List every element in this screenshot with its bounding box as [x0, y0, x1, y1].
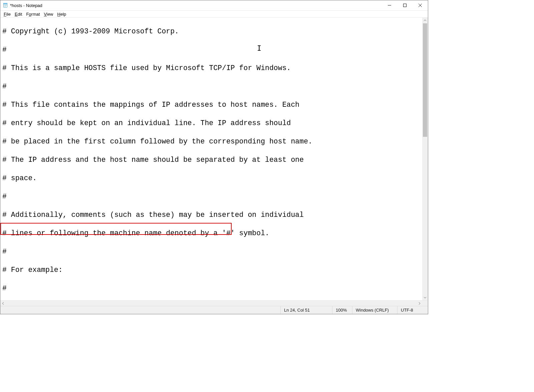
line: # [2, 82, 420, 91]
line: # This file contains the mappings of IP … [2, 100, 420, 110]
line: # [2, 45, 420, 55]
close-button[interactable] [413, 0, 428, 11]
scroll-up-button[interactable] [422, 18, 428, 23]
window-title: *hosts - Notepad [10, 3, 42, 8]
vertical-scrollbar[interactable] [422, 18, 428, 300]
titlebar[interactable]: *hosts - Notepad [0, 0, 428, 11]
menu-help[interactable]: Help [55, 11, 68, 17]
line: # This is a sample HOSTS file used by Mi… [2, 64, 420, 73]
status-eol: Windows (CRLF) [352, 306, 397, 314]
scroll-left-button[interactable] [0, 301, 6, 306]
status-zoom: 100% [332, 306, 352, 314]
status-position: Ln 24, Col 51 [280, 306, 332, 314]
menu-view[interactable]: View [42, 11, 55, 17]
horizontal-scrollbar[interactable] [0, 301, 422, 306]
line: # [2, 247, 420, 257]
text-editor[interactable]: # Copyright (c) 1993-2009 Microsoft Corp… [0, 18, 422, 300]
statusbar: Ln 24, Col 51 100% Windows (CRLF) UTF-8 [0, 306, 428, 314]
menu-format[interactable]: Format [24, 11, 42, 17]
line: # lines or following the machine name de… [2, 229, 420, 238]
line: # For example: [2, 266, 420, 275]
scroll-right-button[interactable] [417, 301, 422, 306]
scroll-down-button[interactable] [422, 295, 428, 300]
notepad-window: *hosts - Notepad File Edit Format View H… [0, 0, 428, 314]
menu-edit[interactable]: Edit [13, 11, 24, 17]
line: # Additionally, comments (such as these)… [2, 211, 420, 220]
line: # be placed in the first column followed… [2, 137, 420, 146]
notepad-icon [3, 3, 8, 8]
svg-rect-1 [4, 3, 7, 4]
svg-rect-6 [404, 4, 407, 7]
line: # The IP address and the host name shoul… [2, 155, 420, 165]
menu-file[interactable]: File [2, 11, 13, 17]
window-controls [382, 0, 428, 11]
status-encoding: UTF-8 [397, 306, 428, 314]
line: # [2, 284, 420, 293]
minimize-button[interactable] [382, 0, 397, 11]
scroll-thumb[interactable] [423, 23, 427, 137]
line: # space. [2, 174, 420, 183]
menubar: File Edit Format View Help [0, 11, 428, 17]
scroll-corner [422, 301, 428, 306]
maximize-button[interactable] [397, 0, 413, 11]
line: # Copyright (c) 1993-2009 Microsoft Corp… [2, 27, 420, 36]
horizontal-scrollbar-row [0, 300, 428, 306]
editor-area: # Copyright (c) 1993-2009 Microsoft Corp… [0, 17, 428, 300]
line: # entry should be kept on an individual … [2, 119, 420, 128]
line: # [2, 192, 420, 202]
